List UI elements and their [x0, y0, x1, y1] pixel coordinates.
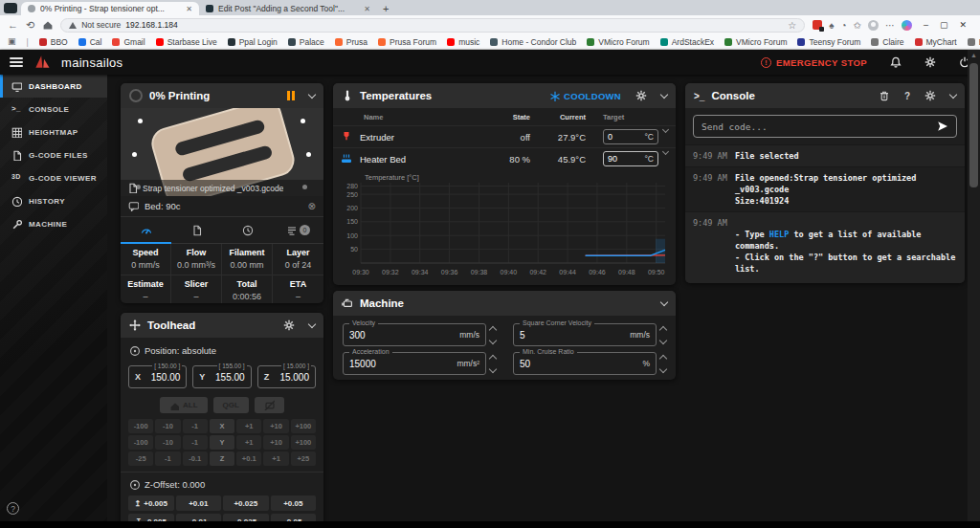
new-tab-button[interactable]: +: [383, 3, 389, 14]
x-position-field[interactable]: [ 150.00 ] X150.00: [128, 365, 187, 388]
tab-history[interactable]: [222, 217, 273, 243]
tab-speed[interactable]: [121, 217, 171, 243]
temperatures-settings-icon[interactable]: [635, 90, 647, 101]
sidebar-item-dashboard[interactable]: DASHBOARD: [0, 75, 107, 98]
jog-button[interactable]: +1: [263, 451, 288, 466]
page-scrollbar[interactable]: ▲ ▼: [968, 50, 980, 528]
sidebar-item-gcode-files[interactable]: G-CODE FILES: [0, 143, 107, 166]
cruise-ratio-stepper[interactable]: [660, 356, 666, 372]
heater-name[interactable]: Heater Bed: [360, 154, 406, 165]
dismiss-note-icon[interactable]: ⊗: [308, 201, 316, 211]
help-button[interactable]: ?: [7, 502, 19, 515]
toolhead-collapse-icon[interactable]: [309, 324, 315, 327]
jog-button[interactable]: -100: [128, 435, 153, 450]
extension-icon[interactable]: ♠: [829, 20, 834, 31]
heater-name[interactable]: Extruder: [360, 132, 394, 143]
adblock-extension-icon[interactable]: [813, 20, 822, 30]
bookmark-item[interactable]: Prusa Forum: [378, 37, 436, 47]
jog-button[interactable]: +10: [263, 435, 288, 450]
bookmark-item[interactable]: ArdStackEx: [660, 37, 714, 47]
jog-button[interactable]: -10: [155, 435, 180, 450]
send-icon[interactable]: [937, 121, 948, 132]
console-entry[interactable]: 9:49 AM File opened:Strap tensioner opti…: [685, 166, 965, 211]
jog-button[interactable]: +1: [236, 435, 261, 450]
bookmark-item[interactable]: Cal: [78, 37, 102, 47]
help-command-link[interactable]: HELP: [769, 230, 789, 239]
bookmark-item[interactable]: Home - Condor Club: [490, 37, 576, 47]
tab-files[interactable]: [171, 217, 222, 243]
sidebar-item-console[interactable]: >_CONSOLE: [0, 98, 107, 121]
sidebar-item-gcode-viewer[interactable]: 3DG-CODE VIEWER: [0, 166, 107, 189]
offset-up-button[interactable]: +0.05: [271, 495, 317, 511]
bookmark-item[interactable]: Teensy Forum: [797, 37, 860, 47]
velocity-stepper[interactable]: [490, 327, 496, 343]
offset-up-button[interactable]: +0.025: [223, 495, 269, 511]
z-position-field[interactable]: [ 15.000 ] Z15.000: [257, 365, 316, 388]
refresh-button[interactable]: ⟲: [26, 20, 34, 31]
tab-close-icon[interactable]: ✕: [186, 5, 192, 13]
scroll-up-arrow[interactable]: ▲: [968, 52, 980, 58]
temperatures-collapse-icon[interactable]: [661, 95, 667, 98]
bookmark-item[interactable]: Palace: [288, 37, 324, 47]
window-close-button[interactable]: ✕: [959, 20, 967, 30]
sidebar-item-heightmap[interactable]: HEIGHTMAP: [0, 121, 107, 143]
bookmark-item[interactable]: Every SpaceX Launc...: [968, 37, 980, 47]
scrollbar-thumb[interactable]: [969, 63, 978, 187]
acceleration-input[interactable]: Acceleration 15000mm/s²: [343, 352, 486, 375]
motors-off-button[interactable]: [255, 397, 284, 413]
sidebar-item-machine[interactable]: MACHINE: [0, 212, 107, 235]
jog-button[interactable]: -0.1: [183, 451, 208, 466]
jog-button[interactable]: -1: [183, 419, 208, 433]
console-settings-icon[interactable]: [924, 90, 936, 101]
bookmark-item[interactable]: MyChart: [915, 37, 957, 47]
bookmark-item[interactable]: VMicro Forum: [724, 37, 787, 47]
home-button[interactable]: [42, 19, 53, 32]
extension-icon-2[interactable]: ◔: [840, 20, 846, 31]
browser-tab-2[interactable]: Edit Post "Adding a Second Tool"... ✕: [199, 2, 377, 15]
hamburger-menu-icon[interactable]: [10, 57, 23, 67]
bookmark-item[interactable]: Ppal Login: [228, 37, 278, 47]
jog-button[interactable]: +100: [291, 435, 316, 450]
jog-button[interactable]: -10: [155, 419, 180, 433]
browser-menu-icon[interactable]: ⋯: [885, 20, 895, 31]
extruder-target-input[interactable]: 0°C: [603, 129, 658, 144]
console-entry[interactable]: 9:49 AM File selected: [685, 144, 965, 166]
bookmark-item[interactable]: BBO: [39, 37, 68, 47]
offset-up-button[interactable]: +0.01: [176, 495, 222, 511]
bookmark-item[interactable]: Gmail: [112, 37, 145, 47]
tab-queue[interactable]: 0: [273, 217, 323, 243]
collections-icon[interactable]: ✩: [854, 20, 861, 31]
dropdown-caret-icon[interactable]: [662, 126, 669, 133]
notifications-bell-icon[interactable]: [890, 56, 902, 68]
console-input[interactable]: [702, 121, 931, 132]
dropdown-caret-icon[interactable]: [662, 148, 669, 155]
jog-button[interactable]: +0.1: [236, 451, 261, 466]
acceleration-stepper[interactable]: [490, 356, 496, 372]
cooldown-button[interactable]: COOLDOWN: [549, 91, 621, 101]
offset-up-button[interactable]: ↥+0.005: [128, 495, 174, 511]
console-collapse-icon[interactable]: [950, 95, 956, 98]
scv-input[interactable]: Square Corner Velocity 5mm/s: [513, 323, 657, 346]
jog-button[interactable]: -100: [128, 419, 153, 433]
tab-actions-button[interactable]: [4, 3, 17, 13]
back-button[interactable]: ←: [8, 20, 18, 31]
console-entry[interactable]: 9:49 AM - Type HELP to get a list of ava…: [685, 211, 965, 283]
clear-console-icon[interactable]: [879, 90, 890, 101]
tab-close-icon[interactable]: ✕: [364, 5, 370, 13]
jog-button[interactable]: +25: [291, 451, 316, 466]
y-position-field[interactable]: [ 155.00 ] Y155.00: [192, 365, 251, 388]
bookmark-item[interactable]: Starbase Live: [156, 37, 217, 47]
pause-button[interactable]: [287, 91, 295, 100]
jog-button[interactable]: +100: [291, 419, 316, 433]
velocity-input[interactable]: Velocity 300mm/s: [343, 323, 486, 346]
qgl-button[interactable]: QGL: [213, 397, 249, 413]
copilot-icon[interactable]: [902, 20, 912, 31]
address-bar[interactable]: Not secure 192.168.1.184 ☆: [60, 18, 805, 33]
console-help-icon[interactable]: ?: [904, 91, 910, 101]
window-maximize-button[interactable]: ▢: [940, 20, 948, 30]
toolhead-settings-icon[interactable]: [283, 319, 295, 331]
jog-button[interactable]: +1: [236, 419, 261, 433]
profile-avatar[interactable]: [868, 20, 879, 31]
cruise-ratio-input[interactable]: Min. Cruise Ratio 50%: [513, 352, 657, 375]
bookmark-item[interactable]: VMicro Forum: [587, 37, 649, 47]
